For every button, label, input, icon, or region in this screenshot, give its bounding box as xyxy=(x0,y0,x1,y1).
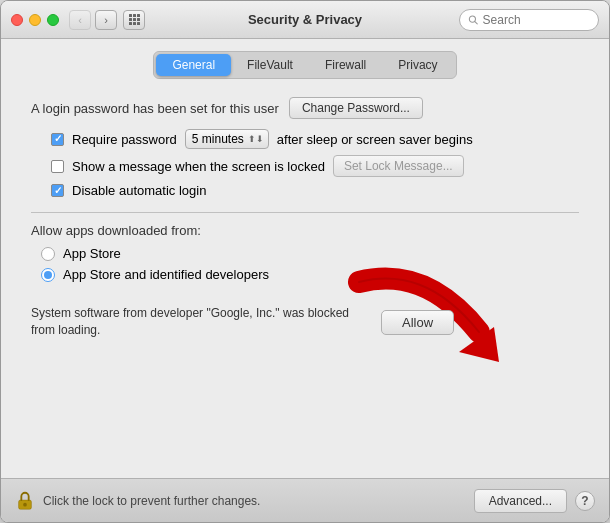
change-password-button[interactable]: Change Password... xyxy=(289,97,423,119)
checkmark-icon: ✓ xyxy=(54,134,62,144)
disable-login-checkbox[interactable]: ✓ xyxy=(51,184,64,197)
tabs: General FileVault Firewall Privacy xyxy=(153,51,456,79)
tab-firewall[interactable]: Firewall xyxy=(309,54,382,76)
lock-icon[interactable] xyxy=(15,490,35,512)
tab-general[interactable]: General xyxy=(156,54,231,76)
forward-button[interactable]: › xyxy=(95,10,117,30)
options-section: ✓ Require password 5 minutes ⬆⬇ after sl… xyxy=(51,129,579,198)
svg-line-1 xyxy=(475,21,478,24)
search-box[interactable] xyxy=(459,9,599,31)
login-section: A login password has been set for this u… xyxy=(31,97,579,119)
maximize-button[interactable] xyxy=(47,14,59,26)
grid-button[interactable] xyxy=(123,10,145,30)
app-store-developers-radio[interactable] xyxy=(41,268,55,282)
bottom-bar: Click the lock to prevent further change… xyxy=(1,478,609,522)
traffic-lights xyxy=(11,14,59,26)
app-store-label: App Store xyxy=(63,246,121,261)
minimize-button[interactable] xyxy=(29,14,41,26)
set-lock-message-button[interactable]: Set Lock Message... xyxy=(333,155,464,177)
checkmark2-icon: ✓ xyxy=(54,186,62,196)
require-password-row: ✓ Require password 5 minutes ⬆⬇ after sl… xyxy=(51,129,579,149)
show-message-row: Show a message when the screen is locked… xyxy=(51,155,579,177)
show-message-label: Show a message when the screen is locked xyxy=(72,159,325,174)
close-button[interactable] xyxy=(11,14,23,26)
help-button[interactable]: ? xyxy=(575,491,595,511)
dropdown-value: 5 minutes xyxy=(192,132,244,146)
radio-dot-icon xyxy=(44,271,52,279)
disable-login-row: ✓ Disable automatic login xyxy=(51,183,579,198)
require-password-label: Require password xyxy=(72,132,177,147)
allow-button[interactable]: Allow xyxy=(381,310,454,335)
content-area: A login password has been set for this u… xyxy=(1,87,609,478)
main-window: ‹ › Security & Privacy General FileVault… xyxy=(0,0,610,523)
advanced-button[interactable]: Advanced... xyxy=(474,489,567,513)
allow-apps-label: Allow apps downloaded from: xyxy=(31,223,579,238)
password-timeout-dropdown[interactable]: 5 minutes ⬆⬇ xyxy=(185,129,269,149)
search-icon xyxy=(468,14,479,26)
blocked-section: System software from developer "Google, … xyxy=(31,292,579,352)
tabs-container: General FileVault Firewall Privacy xyxy=(1,39,609,87)
titlebar: ‹ › Security & Privacy xyxy=(1,1,609,39)
nav-buttons: ‹ › xyxy=(69,10,117,30)
svg-point-5 xyxy=(23,502,27,506)
back-button[interactable]: ‹ xyxy=(69,10,91,30)
show-message-checkbox[interactable] xyxy=(51,160,64,173)
app-store-radio-row: App Store xyxy=(41,246,579,261)
grid-icon xyxy=(129,14,140,25)
blocked-text: System software from developer "Google, … xyxy=(31,305,371,339)
tab-privacy[interactable]: Privacy xyxy=(382,54,453,76)
require-password-suffix: after sleep or screen saver begins xyxy=(277,132,473,147)
app-store-radio[interactable] xyxy=(41,247,55,261)
login-text: A login password has been set for this u… xyxy=(31,101,279,116)
lock-text: Click the lock to prevent further change… xyxy=(43,494,474,508)
app-store-developers-label: App Store and identified developers xyxy=(63,267,269,282)
tab-filevault[interactable]: FileVault xyxy=(231,54,309,76)
dropdown-arrow-icon: ⬆⬇ xyxy=(248,134,264,144)
disable-login-label: Disable automatic login xyxy=(72,183,206,198)
window-title: Security & Privacy xyxy=(248,12,362,27)
divider xyxy=(31,212,579,213)
search-input[interactable] xyxy=(483,13,590,27)
require-password-checkbox[interactable]: ✓ xyxy=(51,133,64,146)
